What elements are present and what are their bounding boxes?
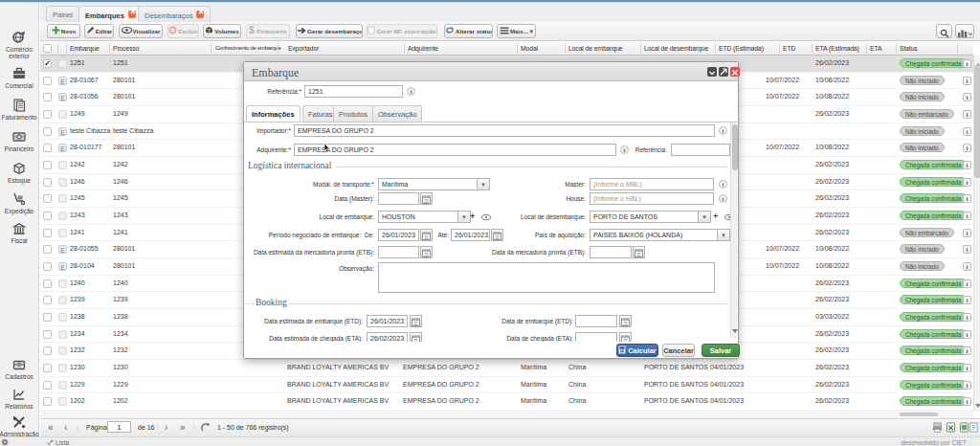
svg-text:$: $ bbox=[249, 25, 255, 34]
